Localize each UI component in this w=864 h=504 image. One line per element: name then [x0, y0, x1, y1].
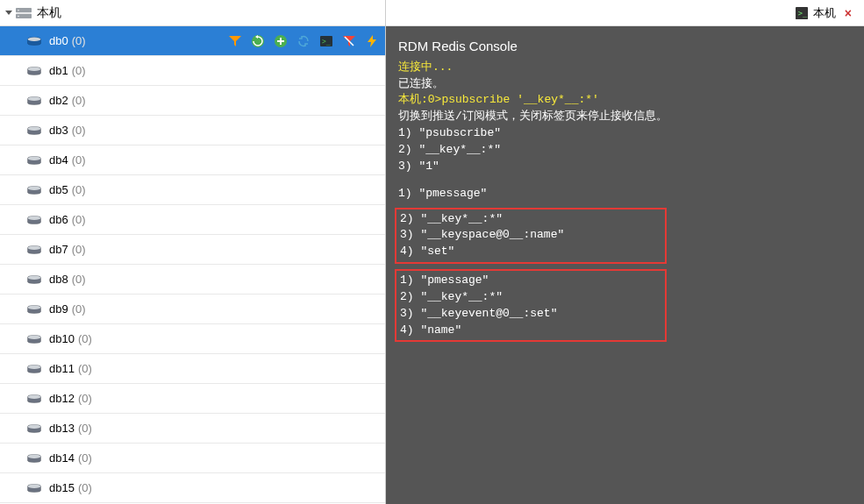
console-line: 2) "__key*__:*": [400, 211, 661, 228]
db-item-db3[interactable]: db3 (0): [0, 116, 385, 146]
highlight-box-keyspace: 2) "__key*__:*" 3) "__keyspace@0__:name"…: [395, 208, 667, 265]
svg-point-13: [28, 186, 41, 190]
db-item-db12[interactable]: db12 (0): [0, 384, 385, 414]
tab-bar: >_ 本机 ×: [386, 0, 864, 26]
highlight-box-keyevent: 1) "pmessage" 2) "__key*__:*" 3) "__keye…: [395, 269, 667, 342]
svg-point-23: [28, 484, 41, 488]
db-label: db14: [49, 451, 75, 465]
db-item-db5[interactable]: db5 (0): [0, 175, 385, 205]
bolt-icon[interactable]: [364, 33, 380, 49]
database-icon: [26, 423, 42, 434]
database-icon: [26, 304, 42, 315]
console-line: 1) "pmessage": [400, 273, 661, 289]
svg-point-11: [28, 126, 41, 131]
svg-point-17: [28, 305, 41, 309]
svg-point-21: [28, 424, 41, 429]
db-label: db0: [49, 34, 68, 47]
database-icon: [26, 36, 42, 46]
console-line: 3) "1": [398, 159, 852, 175]
svg-text:>_: >_: [322, 38, 331, 46]
database-icon: [26, 245, 42, 255]
db-label: db7: [49, 243, 68, 256]
db-item-db8[interactable]: db8 (0): [0, 265, 385, 295]
console-line: 2) "__key*__:*": [398, 142, 852, 159]
db-count: (0): [72, 213, 86, 226]
svg-point-9: [28, 67, 41, 71]
svg-point-12: [28, 156, 41, 160]
db-label: db15: [49, 481, 75, 494]
console-output[interactable]: RDM Redis Console 连接中... 已连接。 本机:0>psubs…: [386, 26, 864, 504]
db-item-db2[interactable]: db2 (0): [0, 86, 385, 116]
database-icon: [26, 483, 42, 493]
db-item-db10[interactable]: db10 (0): [0, 324, 385, 354]
console-line: 已连接。: [398, 76, 852, 93]
db-item-db11[interactable]: db11 (0): [0, 354, 385, 384]
db-item-db7[interactable]: db7 (0): [0, 235, 385, 265]
svg-text:>_: >_: [797, 8, 807, 17]
database-icon: [26, 453, 42, 464]
db-count: (0): [72, 273, 86, 286]
database-icon: [26, 334, 42, 344]
add-icon[interactable]: [273, 33, 289, 49]
db-item-db1[interactable]: db1 (0): [0, 56, 385, 86]
db-label: db10: [49, 332, 75, 345]
db-toolbar: >_: [227, 33, 380, 49]
svg-point-19: [28, 365, 41, 369]
database-icon: [26, 125, 42, 136]
main-panel: >_ 本机 × RDM Redis Console 连接中... 已连接。 本机…: [386, 0, 864, 504]
db-label: db13: [49, 422, 75, 435]
console-line: 2) "__key*__:*": [400, 289, 661, 306]
db-count: (0): [72, 124, 86, 137]
db-item-db9[interactable]: db9 (0): [0, 295, 385, 324]
database-icon: [26, 364, 42, 374]
svg-point-4: [28, 37, 41, 41]
svg-point-15: [28, 245, 41, 250]
db-label: db4: [49, 153, 68, 167]
db-label: db9: [49, 302, 68, 316]
filter-icon[interactable]: [227, 33, 243, 49]
console-line: 1) "psubscribe": [398, 125, 852, 142]
console-line: 1) "pmessage": [398, 186, 852, 202]
expand-caret-icon: [5, 11, 12, 15]
tab-close-icon[interactable]: ×: [845, 6, 852, 20]
tab-label: 本机: [813, 5, 836, 21]
db-label: db8: [49, 273, 68, 286]
database-icon: [26, 274, 42, 285]
db-item-db0[interactable]: db0 (0)>_: [0, 26, 385, 56]
console-line: 3) "__keyspace@0__:name": [400, 227, 661, 244]
svg-point-10: [28, 96, 41, 101]
svg-point-14: [28, 216, 41, 220]
console-line: 连接中...: [398, 60, 852, 76]
db-item-db14[interactable]: db14 (0): [0, 444, 385, 473]
clear-filter-icon[interactable]: [341, 33, 357, 49]
db-count: (0): [72, 153, 86, 167]
svg-point-2: [18, 9, 19, 11]
terminal-icon[interactable]: >_: [318, 33, 334, 49]
sidebar: 本机 db0 (0)>_db1 (0)db2 (0)db3 (0)db4 (0)…: [0, 0, 386, 504]
database-list: db0 (0)>_db1 (0)db2 (0)db3 (0)db4 (0)db5…: [0, 26, 385, 504]
reload-icon[interactable]: [250, 33, 266, 49]
db-count: (0): [78, 451, 92, 465]
db-label: db6: [49, 213, 68, 226]
db-count: (0): [78, 332, 92, 345]
console-icon: >_: [796, 7, 808, 19]
svg-point-18: [28, 335, 41, 339]
svg-point-20: [28, 394, 41, 399]
database-icon: [26, 185, 42, 195]
db-label: db3: [49, 124, 68, 137]
connection-header[interactable]: 本机: [0, 0, 385, 26]
console-line: 3) "__keyevent@0__:set": [400, 306, 661, 323]
refresh-icon[interactable]: [296, 33, 311, 49]
console-line: 切换到推送/订阅模式，关闭标签页来停止接收信息。: [398, 109, 852, 125]
db-count: (0): [72, 183, 86, 196]
db-item-db15[interactable]: db15 (0): [0, 473, 385, 503]
db-item-db4[interactable]: db4 (0): [0, 146, 385, 175]
db-count: (0): [72, 64, 86, 77]
db-item-db6[interactable]: db6 (0): [0, 205, 385, 235]
db-item-db13[interactable]: db13 (0): [0, 414, 385, 444]
server-icon: [16, 7, 32, 19]
db-label: db12: [49, 392, 75, 405]
tab-console[interactable]: >_ 本机 ×: [790, 4, 857, 23]
database-icon: [26, 155, 42, 166]
database-icon: [26, 215, 42, 225]
